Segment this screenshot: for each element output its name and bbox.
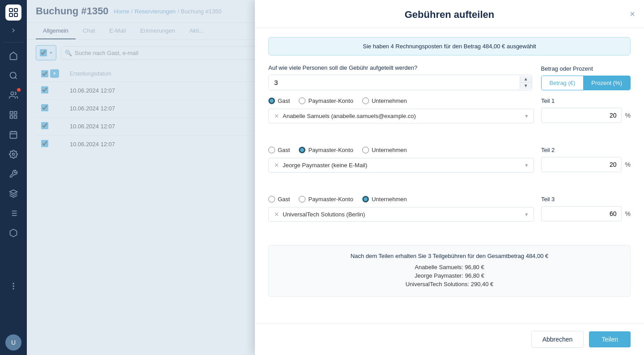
person1-radio-gast[interactable]: Gast [268,97,290,104]
sidebar-item-search[interactable] [5,68,21,84]
person1-value: Anabelle Samuels (anabelle.samuels@examp… [283,113,525,119]
amount-type-label: Betrag oder Prozent [541,65,631,72]
person2-radio-gast[interactable]: Gast [268,147,290,153]
persons-group: Auf wie viele Personen soll die Gebühr a… [268,64,532,90]
sidebar-item-list[interactable] [5,205,21,221]
person2-remove[interactable]: ✕ [274,162,279,169]
modal-footer: Abbrechen Teilen [255,323,644,355]
person3-row: Gast Paymaster-Konto Unternehmen [268,196,631,222]
person1-select[interactable]: ✕ Anabelle Samuels (anabelle.samuels@exa… [268,109,534,123]
sidebar-toggle[interactable] [7,24,20,37]
person3-radio-paymaster[interactable]: Paymaster-Konto [299,196,353,203]
svg-point-4 [10,72,16,78]
person1-select-area: Gast Paymaster-Konto Unternehmen [268,97,534,123]
app-logo[interactable] [5,4,21,21]
sidebar-item-box[interactable] [5,225,21,241]
sidebar-item-tools[interactable] [5,166,21,182]
person2-radio-unternehmen[interactable]: Unternehmen [362,147,407,153]
person2-unit: % [625,161,631,168]
person3-select-area: Gast Paymaster-Konto Unternehmen [268,196,534,222]
betrag-toggle-btn[interactable]: Betrag (€) [542,76,584,90]
svg-rect-8 [14,112,17,114]
summary-box: Nach dem Teilen erhalten Sie 3 Teilgebüh… [268,245,631,297]
user-avatar[interactable]: U [5,334,21,351]
submit-button[interactable]: Teilen [589,331,631,347]
person3-radio-gast[interactable]: Gast [268,196,290,203]
modal-title: Gebühren aufteilen [268,9,631,21]
svg-line-5 [15,77,17,79]
person1-amount-input[interactable] [541,108,622,123]
svg-point-15 [13,153,15,156]
svg-point-6 [11,92,14,95]
person1-section: Gast Paymaster-Konto Unternehmen [268,97,631,138]
modal-close-button[interactable]: × [630,9,635,19]
person1-part-label: Teil 1 [541,97,631,104]
person2-select[interactable]: ✕ Jeorge Paymaster (keine E-Mail) ▾ [268,158,534,173]
person1-input-row: % [541,108,631,123]
person1-radio-unternehmen[interactable]: Unternehmen [362,97,407,104]
person2-part-label: Teil 2 [541,147,631,153]
person1-chevron: ▾ [525,113,528,119]
person2-amount-area: Teil 2 % [541,147,631,172]
person3-part-label: Teil 3 [541,196,631,203]
svg-rect-0 [9,8,13,12]
info-banner: Sie haben 4 Rechnungsposten für den Betr… [268,37,631,55]
summary-line-3: UniversalTech Solutions: 290,40 € [280,281,619,287]
person1-radio-group: Gast Paymaster-Konto Unternehmen [268,97,534,104]
sidebar-item-home[interactable] [5,48,21,64]
sidebar-item-more[interactable] [5,278,21,294]
person3-remove[interactable]: ✕ [274,211,279,218]
sidebar-item-users[interactable] [5,87,21,103]
person3-radio-unternehmen[interactable]: Unternehmen [362,196,407,203]
main-content: Buchung #1350 Home / Reservierungen / Bu… [27,0,644,355]
persons-amount-row: Auf wie viele Personen soll die Gebühr a… [268,64,631,90]
persons-label: Auf wie viele Personen soll die Gebühr a… [268,64,532,71]
sidebar-item-settings[interactable] [5,146,21,162]
stepper-up[interactable]: ▲ [520,76,532,83]
person2-value: Jeorge Paymaster (keine E-Mail) [283,162,525,169]
person2-row: Gast Paymaster-Konto Unternehmen [268,147,631,173]
cancel-button[interactable]: Abbrechen [531,331,584,348]
svg-rect-3 [14,13,17,17]
svg-rect-10 [14,116,17,118]
person3-input-row: % [541,206,631,221]
svg-point-25 [13,288,14,289]
person3-select[interactable]: ✕ UniversalTech Solutions (Berlin) ▾ [268,207,534,222]
person3-amount-input[interactable] [541,206,622,221]
person3-section: Gast Paymaster-Konto Unternehmen [268,196,631,236]
person3-chevron: ▾ [525,211,528,218]
fee-split-modal: Gebühren aufteilen × Sie haben 4 Rechnun… [255,0,644,355]
svg-rect-7 [10,112,13,114]
stepper-buttons: ▲ ▼ [520,76,532,89]
person2-radio-paymaster[interactable]: Paymaster-Konto [299,147,353,153]
svg-rect-11 [10,131,17,138]
person2-input-row: % [541,157,631,172]
sidebar-item-layers[interactable] [5,186,21,202]
amount-type-group: Betrag oder Prozent Betrag (€) Prozent (… [541,65,631,90]
summary-line-2: Jeorge Paymaster: 96,80 € [280,272,619,279]
person2-section: Gast Paymaster-Konto Unternehmen [268,147,631,187]
svg-point-23 [13,286,14,287]
svg-marker-16 [10,190,17,194]
person3-unit: % [625,210,631,217]
summary-line-1: Anabelle Samuels: 96,80 € [280,264,619,270]
sidebar-item-grid[interactable] [5,107,21,123]
svg-rect-1 [14,8,17,12]
sidebar: U [0,0,27,355]
stepper-down[interactable]: ▼ [520,83,532,89]
persons-stepper[interactable]: ▲ ▼ [268,75,532,90]
person3-amount-area: Teil 3 % [541,196,631,221]
amount-toggle: Betrag (€) Prozent (%) [541,76,631,90]
person1-radio-paymaster[interactable]: Paymaster-Konto [299,97,353,104]
sidebar-item-calendar[interactable] [5,127,21,143]
prozent-toggle-btn[interactable]: Prozent (%) [583,76,630,90]
person2-radio-group: Gast Paymaster-Konto Unternehmen [268,147,534,153]
person2-amount-input[interactable] [541,157,622,172]
person3-value: UniversalTech Solutions (Berlin) [283,211,525,218]
sidebar-divider [3,42,24,42]
person1-remove[interactable]: ✕ [274,113,279,119]
person2-chevron: ▾ [525,162,528,169]
persons-input[interactable] [269,75,520,90]
svg-rect-2 [9,13,13,17]
svg-point-24 [13,283,14,284]
